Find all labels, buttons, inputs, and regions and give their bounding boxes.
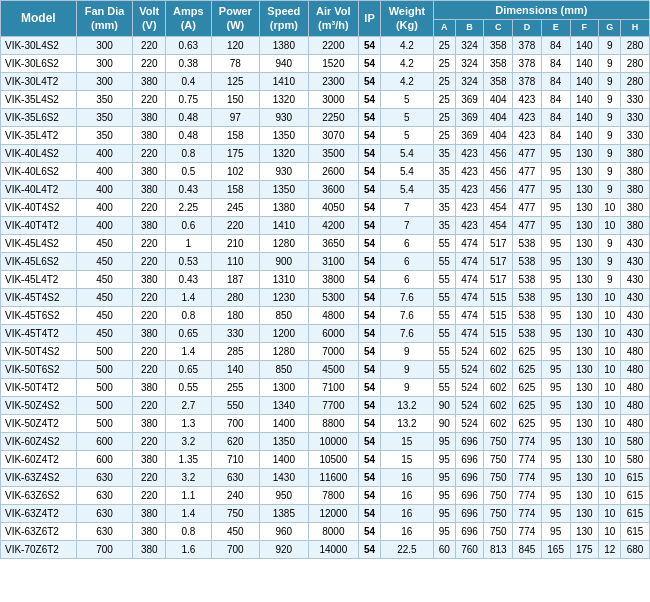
table-cell: 54 (359, 324, 381, 342)
table-cell: 423 (455, 180, 484, 198)
table-cell: 477 (513, 216, 542, 234)
table-cell: 538 (513, 234, 542, 252)
col-dim-b: B (455, 20, 484, 37)
table-cell: 3070 (308, 126, 358, 144)
table-cell: 750 (484, 450, 513, 468)
table-cell: 130 (570, 162, 599, 180)
table-cell: 538 (513, 324, 542, 342)
table-cell: 285 (211, 342, 260, 360)
table-cell: 400 (76, 180, 133, 198)
table-cell: 477 (513, 198, 542, 216)
table-cell: 10 (599, 486, 621, 504)
table-cell: 5 (381, 108, 434, 126)
table-cell: 524 (455, 360, 484, 378)
table-cell: 120 (211, 36, 260, 54)
table-cell: 480 (621, 396, 650, 414)
table-cell: VIK-45L6S2 (1, 252, 77, 270)
table-row: VIK-60Z4S26002203.2620135010000541595696… (1, 432, 650, 450)
table-cell: 130 (570, 468, 599, 486)
table-cell: 500 (76, 378, 133, 396)
table-cell: 15 (381, 432, 434, 450)
table-cell: 600 (76, 432, 133, 450)
table-cell: 423 (455, 144, 484, 162)
table-cell: 220 (133, 342, 166, 360)
table-cell: 324 (455, 72, 484, 90)
table-cell: 10 (599, 450, 621, 468)
table-cell: 130 (570, 450, 599, 468)
table-cell: 55 (433, 270, 455, 288)
table-cell: 620 (211, 432, 260, 450)
table-cell: 456 (484, 144, 513, 162)
table-cell: 9 (599, 144, 621, 162)
table-cell: 358 (484, 36, 513, 54)
table-cell: 378 (513, 36, 542, 54)
table-cell: 10 (599, 306, 621, 324)
table-cell: 130 (570, 180, 599, 198)
table-row: VIK-45T4T24503800.6533012006000547.65547… (1, 324, 650, 342)
table-cell: 54 (359, 54, 381, 72)
table-cell: 5 (381, 90, 434, 108)
table-cell: 180 (211, 306, 260, 324)
table-cell: 2250 (308, 108, 358, 126)
table-cell: 280 (621, 36, 650, 54)
table-cell: 750 (484, 522, 513, 540)
table-cell: 130 (570, 144, 599, 162)
table-cell: 140 (570, 36, 599, 54)
table-cell: 330 (621, 126, 650, 144)
table-cell: 602 (484, 414, 513, 432)
table-cell: 55 (433, 234, 455, 252)
table-cell: 9 (599, 90, 621, 108)
table-cell: 54 (359, 540, 381, 558)
table-cell: 369 (455, 108, 484, 126)
table-cell: VIK-45L4S2 (1, 234, 77, 252)
table-cell: 474 (455, 306, 484, 324)
table-cell: 7000 (308, 342, 358, 360)
table-cell: 95 (541, 378, 570, 396)
table-cell: 9 (599, 126, 621, 144)
table-cell: 404 (484, 126, 513, 144)
table-cell: 474 (455, 288, 484, 306)
table-cell: 300 (76, 36, 133, 54)
table-cell: 380 (133, 504, 166, 522)
table-cell: 54 (359, 162, 381, 180)
table-cell: 0.4 (166, 72, 212, 90)
table-cell: 378 (513, 72, 542, 90)
table-cell: 700 (211, 414, 260, 432)
table-cell: 625 (513, 396, 542, 414)
table-cell: 10 (599, 378, 621, 396)
table-cell: 430 (621, 270, 650, 288)
table-cell: 54 (359, 144, 381, 162)
table-cell: 760 (455, 540, 484, 558)
table-cell: VIK-63Z4S2 (1, 468, 77, 486)
table-cell: 404 (484, 90, 513, 108)
table-cell: 10 (599, 360, 621, 378)
table-cell: 220 (133, 396, 166, 414)
table-cell: 696 (455, 450, 484, 468)
table-cell: 696 (455, 522, 484, 540)
table-cell: 95 (541, 180, 570, 198)
table-cell: 97 (211, 108, 260, 126)
table-cell: 25 (433, 108, 455, 126)
table-cell: 130 (570, 522, 599, 540)
table-cell: 2200 (308, 36, 358, 54)
table-cell: 7800 (308, 486, 358, 504)
table-cell: 95 (433, 468, 455, 486)
table-cell: 54 (359, 180, 381, 198)
table-cell: 480 (621, 414, 650, 432)
table-cell: 35 (433, 216, 455, 234)
col-dim-a: A (433, 20, 455, 37)
table-cell: 602 (484, 360, 513, 378)
table-cell: 55 (433, 360, 455, 378)
table-cell: 850 (260, 360, 309, 378)
table-cell: VIK-63Z6S2 (1, 486, 77, 504)
table-cell: 1 (166, 234, 212, 252)
table-cell: 54 (359, 396, 381, 414)
table-cell: 1340 (260, 396, 309, 414)
table-cell: 95 (541, 198, 570, 216)
table-cell: 78 (211, 54, 260, 72)
table-cell: VIK-63Z6T2 (1, 522, 77, 540)
table-cell: 3100 (308, 252, 358, 270)
table-cell: VIK-50T4S2 (1, 342, 77, 360)
table-cell: 95 (541, 306, 570, 324)
table-cell: VIK-30L4T2 (1, 72, 77, 90)
